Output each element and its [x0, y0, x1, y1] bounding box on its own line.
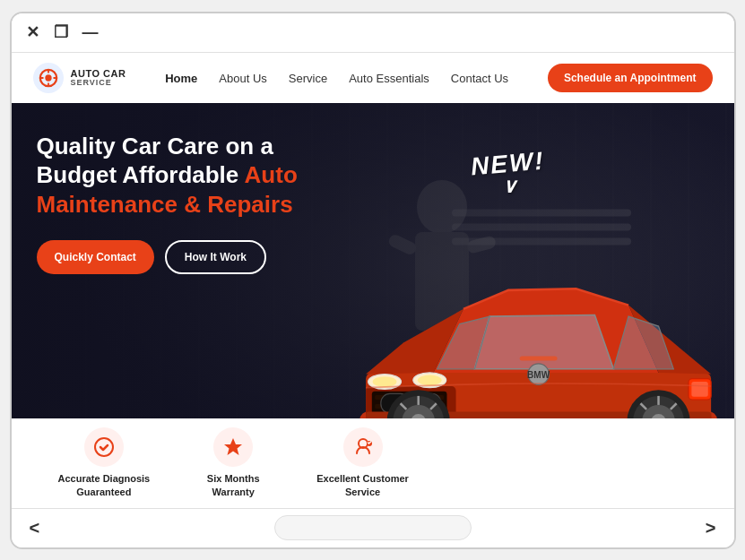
svg-text:BMW: BMW — [527, 370, 550, 380]
navbar: AUTO CAR SERVICE Home About Us Service A… — [12, 53, 734, 103]
feature-icon-warranty — [213, 427, 253, 467]
svg-marker-58 — [224, 438, 242, 455]
browser-titlebar: ✕ ❐ — — [12, 13, 734, 53]
minimize-button[interactable]: — — [82, 24, 99, 40]
nav-link-service[interactable]: Service — [289, 72, 327, 85]
close-button[interactable]: ✕ — [26, 24, 39, 40]
nav-item-contact[interactable]: Contact Us — [451, 70, 508, 86]
nav-link-home[interactable]: Home — [165, 72, 197, 85]
logo-text: AUTO CAR SERVICE — [71, 68, 126, 88]
svg-point-24 — [418, 375, 442, 386]
forward-arrow[interactable]: > — [706, 518, 716, 538]
new-badge: NEW! ∨ — [470, 146, 548, 201]
brand-subtitle: SERVICE — [71, 79, 126, 88]
feature-icon-service — [343, 427, 383, 467]
nav-item-essentials[interactable]: Auto Essentials — [349, 70, 429, 86]
nav-link-about[interactable]: About Us — [219, 72, 266, 85]
svg-point-1 — [45, 74, 51, 81]
browser-bottombar: < > — [12, 508, 734, 547]
feature-item-warranty: Six Months Warranty — [175, 418, 291, 507]
nav-item-about[interactable]: About Us — [219, 70, 266, 86]
feature-item-service: Excellent Customer Service — [291, 418, 434, 507]
hero-title-highlight: Auto — [245, 161, 298, 188]
feature-label-service: Excellent Customer Service — [316, 472, 409, 498]
nav-link-essentials[interactable]: Auto Essentials — [349, 72, 429, 85]
hero-title-line2: Budget Affordable — [37, 161, 245, 188]
svg-rect-56 — [520, 357, 558, 361]
nav-link-contact[interactable]: Contact Us — [451, 72, 508, 85]
address-bar[interactable] — [274, 515, 472, 540]
feature-icon-diagnosis — [84, 427, 124, 467]
nav-item-service[interactable]: Service — [289, 70, 327, 86]
back-arrow[interactable]: < — [30, 518, 40, 538]
feature-label-warranty: Six Months Warranty — [207, 472, 260, 498]
hero-buttons: Quickly Contact How It Work — [37, 240, 363, 274]
quickly-contact-button[interactable]: Quickly Contact — [37, 240, 154, 274]
browser-content: AUTO CAR SERVICE Home About Us Service A… — [12, 53, 734, 508]
logo-icon — [33, 63, 64, 93]
hero-title-line3: Maintenance & Repairs — [37, 191, 293, 218]
feature-label-diagnosis: Accurate Diagnosis Guaranteed — [58, 472, 151, 498]
svg-point-22 — [373, 376, 397, 387]
features-strip: Accurate Diagnosis Guaranteed Six Months… — [12, 418, 734, 508]
browser-window: ✕ ❐ — AUTO CAR SE — [10, 12, 736, 549]
feature-item-diagnosis: Accurate Diagnosis Guaranteed — [33, 418, 176, 507]
hero-title-line1: Quality Car Care on a — [37, 133, 273, 159]
schedule-appointment-button[interactable]: Schedule an Appointment — [548, 64, 713, 92]
new-badge-arrow: ∨ — [473, 174, 548, 197]
hero-section: Quality Car Care on a Budget Affordable … — [12, 103, 734, 508]
logo[interactable]: AUTO CAR SERVICE — [33, 63, 126, 93]
brand-name: AUTO CAR — [71, 68, 126, 79]
nav-item-home[interactable]: Home — [165, 70, 197, 86]
hero-content: Quality Car Care on a Budget Affordable … — [12, 103, 388, 293]
svg-rect-26 — [692, 382, 708, 397]
svg-point-57 — [95, 438, 113, 456]
nav-links: Home About Us Service Auto Essentials Co… — [165, 70, 508, 86]
hero-title: Quality Car Care on a Budget Affordable … — [37, 132, 363, 220]
how-it-work-button[interactable]: How It Work — [165, 240, 266, 274]
maximize-button[interactable]: ❐ — [54, 24, 68, 40]
